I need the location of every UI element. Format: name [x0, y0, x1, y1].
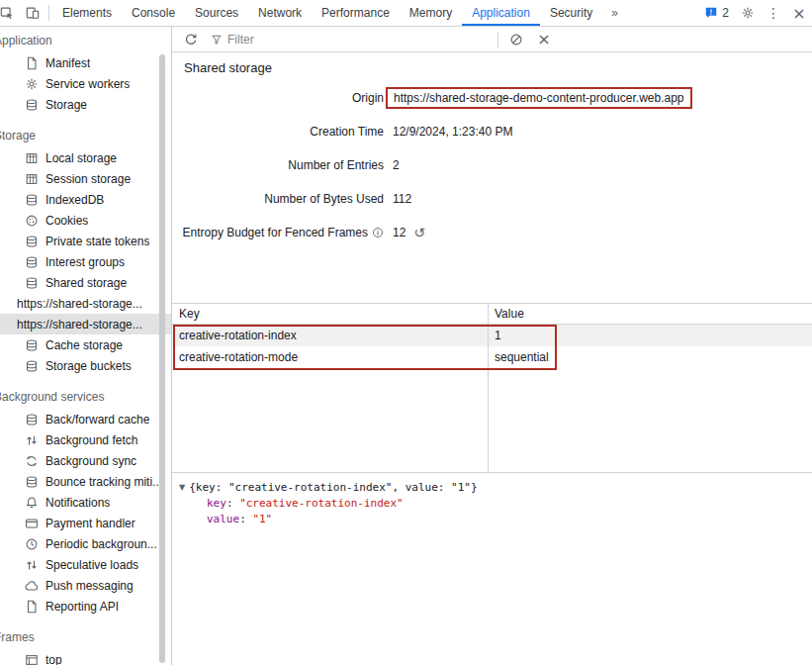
- metadata-label: Entropy Budget for Fenced Frames: [172, 226, 384, 239]
- reset-budget-icon[interactable]: ↺: [413, 226, 425, 239]
- property-name: value: [207, 513, 239, 525]
- table-row[interactable]: creative-rotation-index1: [172, 325, 812, 346]
- more-menu-icon[interactable]: ⋮: [761, 0, 786, 26]
- sidebar-item-payment-handler[interactable]: Payment handler: [0, 513, 171, 533]
- metadata-row-entropy-budget-for-fenced-frames: Entropy Budget for Fenced Frames12↺: [172, 216, 812, 249]
- sidebar-item-label: Push messaging: [45, 579, 134, 593]
- tab-application[interactable]: Application: [462, 0, 540, 26]
- tabbar-left-icons: [0, 0, 45, 26]
- preview-property: value: "1": [179, 512, 812, 527]
- database-icon: [25, 413, 39, 427]
- database-icon: [25, 235, 39, 248]
- column-header-key[interactable]: Key: [172, 307, 488, 321]
- sidebar-scrollbar[interactable]: [159, 54, 165, 663]
- sidebar-item-session-storage[interactable]: Session storage: [0, 168, 171, 189]
- sidebar-item-https-shared-storage[interactable]: https://shared-storage...: [0, 293, 171, 314]
- database-icon: [25, 193, 39, 207]
- tab-memory[interactable]: Memory: [400, 0, 462, 26]
- sidebar-item-label: Storage buckets: [45, 359, 132, 373]
- sidebar-item-label: Manifest: [45, 56, 90, 70]
- property-value: "creative-rotation-index": [239, 497, 404, 510]
- sidebar-item-background-fetch[interactable]: Background fetch: [0, 429, 171, 450]
- metadata-label-text: Number of Entries: [288, 158, 384, 172]
- metadata-value-text: 12: [393, 226, 406, 239]
- sidebar-item-storage[interactable]: Storage: [0, 94, 171, 115]
- preview-summary-row: ▼ {key: "creative-rotation-index", value…: [179, 480, 812, 496]
- sidebar-item-speculative-loads[interactable]: Speculative loads: [0, 554, 171, 575]
- sidebar-item-private-state-tokens[interactable]: Private state tokens: [0, 231, 171, 251]
- tab-console[interactable]: Console: [122, 0, 185, 26]
- panel-toolbar: ×: [172, 27, 812, 52]
- metadata-value: 2: [384, 158, 400, 172]
- section-header-storage: Storage: [0, 128, 171, 144]
- metadata-value-text: 2: [393, 158, 400, 172]
- sidebar-item-label: Cache storage: [45, 338, 123, 352]
- refresh-icon[interactable]: [178, 27, 204, 52]
- sidebar-item-indexeddb[interactable]: IndexedDB: [0, 189, 171, 210]
- page-title: Shared storage: [184, 60, 812, 75]
- sidebar-item-periodic-backgroun[interactable]: Periodic backgroun...: [0, 533, 171, 554]
- delete-all-icon[interactable]: [503, 27, 529, 52]
- sidebar-sections: ApplicationManifestService workersStorag…: [0, 33, 171, 665]
- sidebar-item-label: Bounce tracking miti...: [45, 475, 162, 489]
- sidebar-item-bounce-tracking-miti[interactable]: Bounce tracking miti...: [0, 471, 171, 492]
- sidebar-item-background-sync[interactable]: Background sync: [0, 450, 171, 471]
- sidebar-item-label: Private state tokens: [45, 235, 149, 248]
- metadata-label-text: Number of Bytes Used: [264, 192, 384, 206]
- issues-counter[interactable]: 2: [704, 6, 729, 20]
- close-devtools-icon[interactable]: ×: [786, 0, 812, 26]
- device-toolbar-icon[interactable]: [20, 0, 45, 26]
- filter-box[interactable]: [206, 30, 493, 49]
- tab-network[interactable]: Network: [248, 0, 312, 26]
- sidebar-item-label: Local storage: [45, 151, 117, 165]
- block-icon: [509, 33, 523, 47]
- arrows-updown-icon: [25, 558, 39, 572]
- tab-elements[interactable]: Elements: [52, 0, 122, 26]
- sidebar-item-local-storage[interactable]: Local storage: [0, 147, 171, 168]
- sidebar-item-storage-buckets[interactable]: Storage buckets: [0, 355, 171, 376]
- devtools-body: ApplicationManifestService workersStorag…: [0, 27, 812, 665]
- metadata-label: Number of Bytes Used: [172, 192, 384, 206]
- database-icon: [25, 338, 39, 352]
- tab-sources[interactable]: Sources: [185, 0, 248, 26]
- metadata-value-text: 12/9/2024, 1:23:40 PM: [393, 125, 512, 139]
- tab-security[interactable]: Security: [540, 0, 602, 26]
- more-tabs-button[interactable]: »: [602, 0, 627, 26]
- sidebar-item-manifest[interactable]: Manifest: [0, 52, 171, 73]
- settings-gear-icon[interactable]: [735, 0, 761, 26]
- close-panel-icon[interactable]: ×: [531, 27, 557, 52]
- filter-input[interactable]: [227, 33, 493, 47]
- sidebar-item-reporting-api[interactable]: Reporting API: [0, 596, 171, 617]
- shared-storage-content: Shared storage Originhttps://shared-stor…: [172, 52, 812, 665]
- info-icon: [372, 227, 384, 238]
- sidebar-item-label: Shared storage: [45, 276, 127, 290]
- sidebar-item-shared-storage[interactable]: Shared storage: [0, 272, 171, 293]
- expand-triangle-icon[interactable]: ▼: [179, 480, 185, 496]
- tab-performance[interactable]: Performance: [312, 0, 400, 26]
- column-divider: [488, 304, 489, 472]
- sidebar-item-interest-groups[interactable]: Interest groups: [0, 251, 171, 272]
- refresh-icon: [184, 33, 198, 47]
- sidebar-item-notifications[interactable]: Notifications: [0, 492, 171, 513]
- metadata-value-text: 112: [393, 192, 411, 206]
- sidebar-item-label: Cookies: [45, 214, 88, 228]
- sidebar-item-cookies[interactable]: Cookies: [0, 210, 171, 231]
- sidebar-item-cache-storage[interactable]: Cache storage: [0, 334, 171, 355]
- cell-key: creative-rotation-mode: [172, 350, 488, 364]
- metadata-row-number-of-bytes-used: Number of Bytes Used112: [172, 182, 812, 216]
- metadata-value: https://shared-storage-demo-content-prod…: [384, 87, 692, 109]
- sidebar-item-back-forward-cache[interactable]: Back/forward cache: [0, 409, 171, 429]
- sidebar-item-service-workers[interactable]: Service workers: [0, 73, 171, 94]
- inspect-icon[interactable]: [0, 0, 20, 26]
- service-worker-icon: [25, 77, 39, 91]
- table-row[interactable]: creative-rotation-modesequential: [172, 346, 812, 368]
- storage-items-table: KeyValue creative-rotation-index1creativ…: [172, 303, 812, 472]
- sidebar-item-https-shared-storage[interactable]: https://shared-storage...: [0, 314, 171, 334]
- sidebar-item-top[interactable]: top: [0, 649, 171, 665]
- sidebar-item-label: Service workers: [45, 77, 130, 91]
- column-header-value[interactable]: Value: [488, 307, 812, 321]
- database-icon: [25, 255, 39, 269]
- preview-property: key: "creative-rotation-index": [179, 496, 812, 512]
- sidebar-item-push-messaging[interactable]: Push messaging: [0, 575, 171, 596]
- frame-icon: [25, 653, 39, 665]
